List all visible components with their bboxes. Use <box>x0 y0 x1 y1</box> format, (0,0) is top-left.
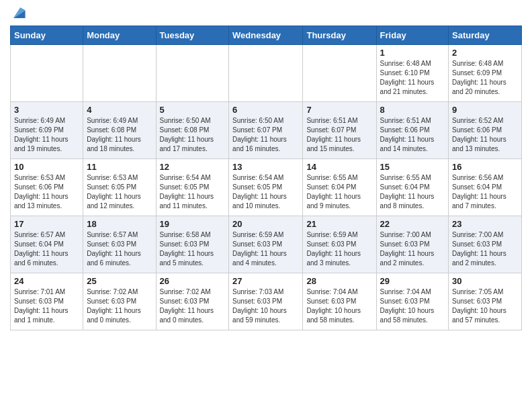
day-of-week-header: Sunday <box>11 26 83 45</box>
calendar-cell <box>156 45 229 102</box>
calendar-header-row: SundayMondayTuesdayWednesdayThursdayFrid… <box>11 26 522 45</box>
day-info: Sunrise: 7:02 AM Sunset: 6:03 PM Dayligh… <box>87 287 152 325</box>
calendar-week-row: 1Sunrise: 6:48 AM Sunset: 6:10 PM Daylig… <box>11 45 522 102</box>
calendar-cell <box>229 45 303 102</box>
calendar-cell: 21Sunrise: 6:59 AM Sunset: 6:03 PM Dayli… <box>303 216 376 273</box>
day-info: Sunrise: 6:58 AM Sunset: 6:03 PM Dayligh… <box>160 230 226 268</box>
day-number: 7 <box>306 105 372 115</box>
page: SundayMondayTuesdayWednesdayThursdayFrid… <box>0 0 532 340</box>
day-of-week-header: Saturday <box>449 26 522 45</box>
calendar-cell: 26Sunrise: 7:02 AM Sunset: 6:03 PM Dayli… <box>156 273 229 330</box>
calendar-cell: 30Sunrise: 7:05 AM Sunset: 6:03 PM Dayli… <box>449 273 522 330</box>
day-info: Sunrise: 7:00 AM Sunset: 6:03 PM Dayligh… <box>452 230 518 268</box>
day-number: 1 <box>380 48 445 58</box>
calendar-cell: 15Sunrise: 6:55 AM Sunset: 6:04 PM Dayli… <box>376 159 448 216</box>
day-of-week-header: Monday <box>83 26 156 45</box>
day-info: Sunrise: 6:57 AM Sunset: 6:03 PM Dayligh… <box>87 230 152 268</box>
day-info: Sunrise: 6:53 AM Sunset: 6:06 PM Dayligh… <box>14 173 79 211</box>
day-number: 13 <box>232 162 299 172</box>
day-info: Sunrise: 6:49 AM Sunset: 6:08 PM Dayligh… <box>87 116 152 154</box>
logo <box>10 11 26 20</box>
calendar-cell: 10Sunrise: 6:53 AM Sunset: 6:06 PM Dayli… <box>11 159 83 216</box>
day-of-week-header: Wednesday <box>229 26 303 45</box>
calendar-cell <box>83 45 156 102</box>
day-info: Sunrise: 7:01 AM Sunset: 6:03 PM Dayligh… <box>14 287 79 325</box>
calendar-cell: 4Sunrise: 6:49 AM Sunset: 6:08 PM Daylig… <box>83 102 156 159</box>
day-of-week-header: Tuesday <box>156 26 229 45</box>
logo-icon <box>11 5 26 20</box>
calendar-cell: 18Sunrise: 6:57 AM Sunset: 6:03 PM Dayli… <box>83 216 156 273</box>
calendar-week-row: 17Sunrise: 6:57 AM Sunset: 6:04 PM Dayli… <box>11 216 522 273</box>
day-number: 8 <box>380 105 445 115</box>
day-number: 28 <box>306 276 372 286</box>
calendar-cell: 2Sunrise: 6:48 AM Sunset: 6:09 PM Daylig… <box>449 45 522 102</box>
day-number: 9 <box>452 105 518 115</box>
calendar-week-row: 3Sunrise: 6:49 AM Sunset: 6:09 PM Daylig… <box>11 102 522 159</box>
calendar-cell: 17Sunrise: 6:57 AM Sunset: 6:04 PM Dayli… <box>11 216 83 273</box>
calendar-cell: 12Sunrise: 6:54 AM Sunset: 6:05 PM Dayli… <box>156 159 229 216</box>
day-number: 16 <box>452 162 518 172</box>
calendar-table: SundayMondayTuesdayWednesdayThursdayFrid… <box>10 26 522 330</box>
calendar-cell <box>11 45 83 102</box>
calendar-cell: 1Sunrise: 6:48 AM Sunset: 6:10 PM Daylig… <box>376 45 448 102</box>
day-number: 26 <box>160 276 226 286</box>
day-number: 6 <box>232 105 299 115</box>
day-number: 12 <box>160 162 226 172</box>
calendar-cell: 29Sunrise: 7:04 AM Sunset: 6:03 PM Dayli… <box>376 273 448 330</box>
day-number: 17 <box>14 219 79 229</box>
day-info: Sunrise: 6:49 AM Sunset: 6:09 PM Dayligh… <box>14 116 79 154</box>
calendar-cell: 25Sunrise: 7:02 AM Sunset: 6:03 PM Dayli… <box>83 273 156 330</box>
day-number: 10 <box>14 162 79 172</box>
calendar-cell: 9Sunrise: 6:52 AM Sunset: 6:06 PM Daylig… <box>449 102 522 159</box>
calendar-cell: 3Sunrise: 6:49 AM Sunset: 6:09 PM Daylig… <box>11 102 83 159</box>
day-of-week-header: Thursday <box>303 26 376 45</box>
day-number: 5 <box>160 105 226 115</box>
header <box>10 7 522 20</box>
calendar-cell: 19Sunrise: 6:58 AM Sunset: 6:03 PM Dayli… <box>156 216 229 273</box>
day-info: Sunrise: 6:50 AM Sunset: 6:08 PM Dayligh… <box>160 116 226 154</box>
day-info: Sunrise: 7:05 AM Sunset: 6:03 PM Dayligh… <box>452 287 518 325</box>
calendar-cell: 14Sunrise: 6:55 AM Sunset: 6:04 PM Dayli… <box>303 159 376 216</box>
day-number: 29 <box>380 276 445 286</box>
day-number: 19 <box>160 219 226 229</box>
calendar-cell: 24Sunrise: 7:01 AM Sunset: 6:03 PM Dayli… <box>11 273 83 330</box>
day-info: Sunrise: 6:55 AM Sunset: 6:04 PM Dayligh… <box>380 173 445 211</box>
day-info: Sunrise: 6:51 AM Sunset: 6:07 PM Dayligh… <box>306 116 372 154</box>
calendar-week-row: 24Sunrise: 7:01 AM Sunset: 6:03 PM Dayli… <box>11 273 522 330</box>
day-number: 25 <box>87 276 152 286</box>
day-number: 27 <box>232 276 299 286</box>
day-info: Sunrise: 7:04 AM Sunset: 6:03 PM Dayligh… <box>306 287 372 325</box>
day-info: Sunrise: 6:56 AM Sunset: 6:04 PM Dayligh… <box>452 173 518 211</box>
calendar-cell: 7Sunrise: 6:51 AM Sunset: 6:07 PM Daylig… <box>303 102 376 159</box>
day-info: Sunrise: 6:55 AM Sunset: 6:04 PM Dayligh… <box>306 173 372 211</box>
calendar-cell: 8Sunrise: 6:51 AM Sunset: 6:06 PM Daylig… <box>376 102 448 159</box>
day-info: Sunrise: 7:03 AM Sunset: 6:03 PM Dayligh… <box>232 287 299 325</box>
calendar-cell: 23Sunrise: 7:00 AM Sunset: 6:03 PM Dayli… <box>449 216 522 273</box>
calendar-cell <box>303 45 376 102</box>
calendar-cell: 13Sunrise: 6:54 AM Sunset: 6:05 PM Dayli… <box>229 159 303 216</box>
day-number: 11 <box>87 162 152 172</box>
logo-text <box>10 11 26 20</box>
day-number: 22 <box>380 219 445 229</box>
calendar-week-row: 10Sunrise: 6:53 AM Sunset: 6:06 PM Dayli… <box>11 159 522 216</box>
day-number: 23 <box>452 219 518 229</box>
day-number: 14 <box>306 162 372 172</box>
day-number: 4 <box>87 105 152 115</box>
calendar-cell: 28Sunrise: 7:04 AM Sunset: 6:03 PM Dayli… <box>303 273 376 330</box>
day-number: 21 <box>306 219 372 229</box>
day-info: Sunrise: 7:00 AM Sunset: 6:03 PM Dayligh… <box>380 230 445 268</box>
calendar-cell: 27Sunrise: 7:03 AM Sunset: 6:03 PM Dayli… <box>229 273 303 330</box>
calendar-cell: 6Sunrise: 6:50 AM Sunset: 6:07 PM Daylig… <box>229 102 303 159</box>
day-info: Sunrise: 6:59 AM Sunset: 6:03 PM Dayligh… <box>232 230 299 268</box>
day-info: Sunrise: 6:50 AM Sunset: 6:07 PM Dayligh… <box>232 116 299 154</box>
day-number: 30 <box>452 276 518 286</box>
day-info: Sunrise: 7:02 AM Sunset: 6:03 PM Dayligh… <box>160 287 226 325</box>
day-number: 18 <box>87 219 152 229</box>
day-info: Sunrise: 6:48 AM Sunset: 6:10 PM Dayligh… <box>380 59 445 97</box>
day-info: Sunrise: 6:54 AM Sunset: 6:05 PM Dayligh… <box>160 173 226 211</box>
day-number: 24 <box>14 276 79 286</box>
day-info: Sunrise: 7:04 AM Sunset: 6:03 PM Dayligh… <box>380 287 445 325</box>
calendar-cell: 20Sunrise: 6:59 AM Sunset: 6:03 PM Dayli… <box>229 216 303 273</box>
day-info: Sunrise: 6:51 AM Sunset: 6:06 PM Dayligh… <box>380 116 445 154</box>
day-info: Sunrise: 6:53 AM Sunset: 6:05 PM Dayligh… <box>87 173 152 211</box>
